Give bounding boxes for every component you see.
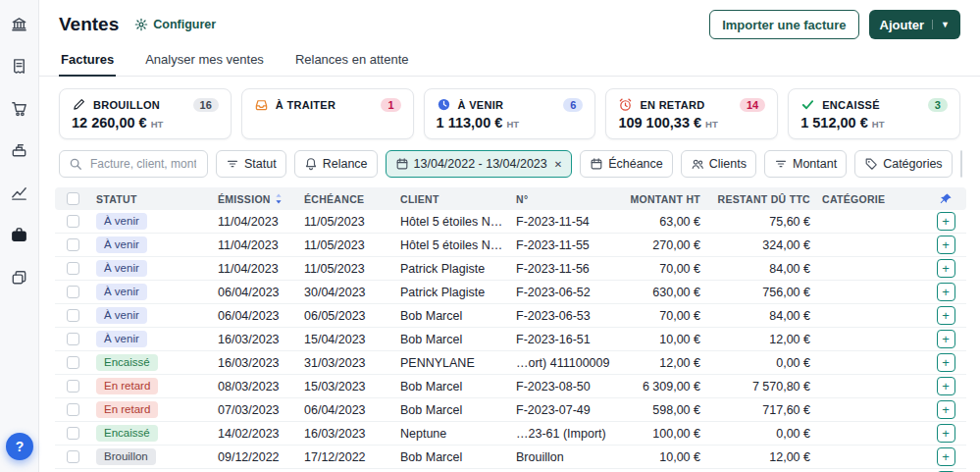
col-categorie[interactable]: CATÉGORIE — [816, 193, 925, 205]
filter-chip-echeance[interactable]: Échéance — [580, 150, 673, 178]
echeance-date: 11/05/2023 — [298, 215, 394, 229]
row-checkbox[interactable] — [67, 427, 79, 440]
tabs: Factures Analyser mes ventes Relances en… — [39, 47, 980, 77]
tab-factures[interactable]: Factures — [59, 47, 116, 77]
row-checkbox[interactable] — [67, 309, 79, 322]
table-row[interactable]: En retard07/03/202306/04/2023Bob MarcelF… — [55, 398, 966, 422]
table-row[interactable]: À venir11/04/202311/05/2023Hôtel 5 étoil… — [55, 210, 966, 234]
row-add-button[interactable]: + — [937, 377, 955, 395]
emission-date: 08/03/2023 — [212, 380, 298, 393]
row-checkbox[interactable] — [67, 286, 79, 298]
client-name: Patrick Plagiste — [394, 262, 510, 276]
sidebar-item-sales[interactable] — [8, 223, 31, 246]
sidebar-item-register[interactable] — [8, 138, 31, 162]
status-badge: À venir — [96, 284, 147, 300]
row-checkbox[interactable] — [67, 238, 79, 251]
col-echeance[interactable]: ÉCHÉANCE — [298, 193, 394, 205]
gear-icon — [134, 18, 148, 31]
row-add-button[interactable]: + — [937, 306, 955, 325]
select-all-checkbox[interactable] — [67, 192, 79, 205]
table-row[interactable]: À venir11/04/202311/05/2023Patrick Plagi… — [55, 257, 966, 281]
client-name: Bob Marcel — [394, 450, 510, 464]
col-emission[interactable]: ÉMISSION — [212, 193, 298, 205]
filter-chip-clients[interactable]: Clients — [681, 150, 756, 178]
status-badge: En retard — [96, 401, 158, 418]
col-statut[interactable]: STATUT — [90, 193, 212, 205]
import-invoice-button[interactable]: Importer une facture — [709, 10, 858, 39]
receipt-icon — [10, 57, 28, 76]
sidebar-item-ledger[interactable] — [8, 265, 31, 288]
table-row[interactable]: À venir16/03/202315/04/2023Bob MarcelF-2… — [55, 328, 966, 351]
summary-card-brouillon[interactable]: BROUILLON1612 260,00 € HT — [59, 88, 232, 139]
montant-ht: 100,00 € — [616, 427, 706, 441]
search-box[interactable] — [59, 150, 208, 178]
close-icon[interactable]: ✕ — [554, 159, 562, 170]
table-row[interactable]: À venir11/04/202311/05/2023Hôtel 5 étoil… — [55, 234, 966, 257]
table-row[interactable]: Encaissé14/02/202316/03/2023Neptune…23-6… — [55, 422, 966, 446]
row-checkbox[interactable] — [67, 262, 79, 275]
filter-chip-categories[interactable]: Catégories — [854, 150, 952, 178]
row-add-button[interactable]: + — [937, 259, 955, 278]
row-add-button[interactable]: + — [937, 212, 955, 231]
status-badge: À venir — [96, 236, 147, 253]
table-row[interactable]: À venir06/04/202306/05/2023Bob MarcelF-2… — [55, 304, 966, 328]
table-row[interactable]: Brouillon09/12/202217/12/2022Bob MarcelB… — [55, 446, 966, 469]
filter-chip-periode[interactable]: 13/04/2022 - 13/04/2023✕ — [386, 150, 573, 178]
summary-card-a-traiter[interactable]: À TRAITER1 — [241, 88, 414, 139]
add-button-label: Ajouter — [880, 18, 925, 32]
add-button[interactable]: Ajouter ▼ — [869, 10, 960, 39]
client-name: PENNYLANE — [394, 356, 510, 370]
restant-du-ttc: 7 570,80 € — [706, 380, 816, 393]
tag-icon — [864, 157, 878, 171]
chart-icon — [10, 184, 28, 202]
sidebar-item-documents[interactable] — [8, 54, 31, 78]
row-add-button[interactable]: + — [937, 236, 955, 254]
sidebar-item-analytics[interactable] — [8, 181, 31, 204]
table-row[interactable]: Encaissé16/03/202331/03/2023PENNYLANE…or… — [55, 351, 966, 375]
card-count-badge: 1 — [381, 98, 400, 112]
row-checkbox[interactable] — [67, 333, 79, 345]
tab-relances-en-attente[interactable]: Relances en attente — [293, 47, 411, 77]
row-add-button[interactable]: + — [937, 283, 955, 301]
invoice-number: Brouillon — [510, 450, 616, 464]
col-numero[interactable]: N° — [510, 193, 616, 205]
sidebar-item-bank[interactable] — [8, 12, 31, 35]
sidebar-item-purchases[interactable] — [8, 96, 31, 120]
row-add-button[interactable]: + — [937, 447, 955, 466]
col-client[interactable]: CLIENT — [394, 193, 510, 205]
row-checkbox[interactable] — [67, 215, 79, 228]
configure-link[interactable]: Configurer — [134, 18, 216, 31]
filter-chip-statut[interactable]: Statut — [216, 150, 286, 178]
client-name: Bob Marcel — [394, 309, 510, 323]
card-label: BROUILLON — [93, 99, 186, 111]
card-count-badge: 16 — [193, 98, 219, 112]
table-row[interactable]: À venir06/04/202330/04/2023Patrick Plagi… — [55, 281, 966, 304]
toggle-ht[interactable]: HT — [961, 151, 962, 177]
summary-card-a-venir[interactable]: À VENIR61 113,00 € HT — [424, 88, 596, 139]
col-restant-du-ttc[interactable]: RESTANT DÛ TTC — [706, 193, 816, 205]
row-checkbox[interactable] — [67, 450, 79, 463]
echeance-date: 30/04/2023 — [298, 286, 394, 299]
filter-chip-montant[interactable]: Montant — [764, 150, 847, 178]
row-add-button[interactable]: + — [937, 400, 955, 419]
table-row[interactable]: En retard08/03/202315/03/2023Bob MarcelF… — [55, 375, 966, 398]
help-button[interactable]: ? — [6, 433, 33, 460]
filter-chip-relance[interactable]: Relance — [294, 150, 378, 178]
invoice-number: F-2023-06-53 — [510, 309, 616, 323]
tab-analyser-mes-ventes[interactable]: Analyser mes ventes — [143, 47, 266, 77]
row-checkbox[interactable] — [67, 403, 79, 416]
summary-card-en-retard[interactable]: EN RETARD14109 100,33 € HT — [605, 88, 778, 139]
pin-icon[interactable] — [939, 192, 953, 206]
col-montant-ht[interactable]: MONTANT HT — [616, 193, 706, 205]
chip-label: Catégories — [883, 157, 942, 171]
summary-card-encaisse[interactable]: ENCAISSÉ31 512,00 € HT — [788, 88, 960, 139]
montant-ht: 630,00 € — [616, 286, 706, 299]
row-checkbox[interactable] — [67, 380, 79, 393]
search-input[interactable] — [88, 156, 198, 172]
sidebar: ? — [0, 0, 39, 472]
row-checkbox[interactable] — [67, 356, 79, 369]
row-add-button[interactable]: + — [937, 330, 955, 348]
bell-icon — [304, 157, 318, 171]
row-add-button[interactable]: + — [937, 353, 955, 372]
row-add-button[interactable]: + — [937, 424, 955, 443]
